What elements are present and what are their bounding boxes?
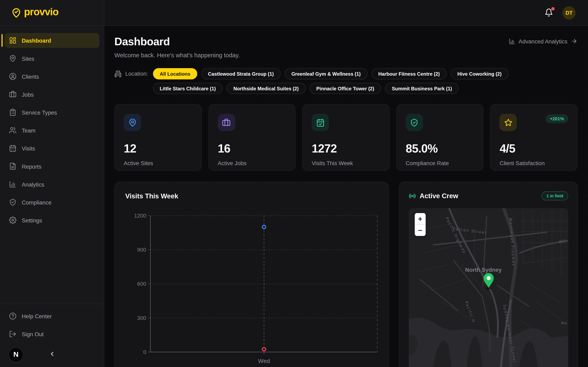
sidebar-item-sites[interactable]: Sites [4,51,99,66]
stat-card-active-sites: 12Active Sites [114,104,201,171]
brand-pin-check-icon [11,8,21,18]
bar-chart-icon [509,38,515,44]
bar-chart-icon [9,180,17,188]
sidebar-footer-row: N [4,345,99,362]
location-chip-greenleaf-gym-wellness-1[interactable]: Greenleaf Gym & Wellness (1) [285,68,367,79]
location-chip-harbour-fitness-centre-2[interactable]: Harbour Fitness Centre (2) [372,68,447,79]
user-avatar[interactable]: DT [562,6,576,19]
sidebar-item-clients[interactable]: Clients [4,69,99,84]
briefcase-icon [9,91,17,98]
sidebar-nav: DashboardSitesClientsJobsService TypesTe… [0,26,104,231]
advanced-analytics-link[interactable]: Advanced Analytics [509,38,577,45]
crew-card-header: Active Crew 1 in field [409,192,568,200]
sidebar-item-label: Sign Out [22,331,44,337]
sidebar-item-label: Service Types [22,109,57,115]
sidebar-item-team[interactable]: Team [4,123,99,138]
sidebar-item-jobs[interactable]: Jobs [4,87,99,102]
svg-text:600: 600 [137,281,146,287]
map-pin-icon [9,55,17,62]
bell-icon [545,12,553,18]
stat-value: 85.0% [406,142,474,155]
notifications-button[interactable] [545,8,553,17]
brand-name: provvio [24,7,59,18]
sidebar-item-reports[interactable]: Reports [4,159,99,174]
advanced-analytics-label: Advanced Analytics [519,38,567,44]
stat-cards-row: 12Active Sites16Active Jobs1272Visits Th… [114,104,577,171]
location-chips: All LocationsCastlewood Strata Group (1)… [153,68,577,94]
stat-trend-badge: +201% [546,114,568,123]
sidebar-item-service-types[interactable]: Service Types [4,105,99,120]
briefcase-icon [218,114,235,131]
sidebar-item-label: Reports [22,163,42,169]
arrow-right-icon [571,38,578,45]
sidebar-item-label: Analytics [22,181,44,187]
workspace-avatar[interactable]: N [9,348,23,361]
stat-value: 16 [218,142,286,155]
svg-text:900: 900 [137,247,146,253]
visits-chart-card: Visits This Week 03006009001200Wed [114,182,389,367]
sidebar-footer: Help CenterSign Out N [0,304,104,367]
unread-notification-dot [551,7,555,11]
shield-check-icon [9,198,17,206]
location-chip-summit-business-park-1[interactable]: Summit Business Park (1) [385,83,459,94]
sidebar-item-settings[interactable]: Settings [4,213,99,227]
sidebar-item-label: Settings [22,217,42,223]
map-zoom-out-button[interactable]: − [415,225,425,236]
sidebar-item-analytics[interactable]: Analytics [4,177,99,192]
shield-check-icon [406,114,423,131]
sign-out-button[interactable]: Sign Out [4,327,99,342]
sidebar-item-compliance[interactable]: Compliance [4,195,99,210]
stat-value: 1272 [312,142,380,155]
location-chip-all-locations[interactable]: All Locations [153,68,197,79]
location-chip-little-stars-childcare-1[interactable]: Little Stars Childcare (1) [153,83,223,94]
map-canvas: Falcon StreetPacific HighwayWarringah Fr… [409,208,568,367]
sidebar: provvio DashboardSitesClientsJobsService… [0,0,104,367]
building-icon [114,70,121,77]
page-subtitle: Welcome back. Here's what's happening to… [114,52,240,59]
location-chip-castlewood-strata-group-1[interactable]: Castlewood Strata Group (1) [201,68,281,79]
stat-label: Visits This Week [312,160,380,166]
log-out-icon [9,330,17,338]
sidebar-item-visits[interactable]: Visits [4,141,99,156]
stat-card-active-jobs: 16Active Jobs [208,104,295,171]
collapse-sidebar-button[interactable] [49,351,55,358]
sidebar-item-label: Sites [22,55,34,62]
location-chip-pinnacle-office-tower-2[interactable]: Pinnacle Office Tower (2) [310,83,381,94]
stat-value: 4/5 [500,142,568,155]
radio-signal-icon [409,192,416,200]
svg-text:0: 0 [143,349,146,355]
svg-text:1200: 1200 [134,213,146,219]
main-area: DT Dashboard Welcome back. Here's what's… [104,0,588,367]
sidebar-item-label: Jobs [22,91,34,98]
stat-label: Compliance Rate [406,160,474,166]
sidebar-item-dashboard[interactable]: Dashboard [4,33,99,48]
svg-text:Wed: Wed [258,358,270,364]
page-header: Dashboard Welcome back. Here's what's ha… [114,35,577,59]
brand-logo[interactable]: provvio [0,0,104,26]
calendar-days-icon [9,145,17,152]
help-circle-icon [9,312,17,320]
sidebar-item-label: Dashboard [22,37,51,44]
gear-icon [9,217,17,224]
stat-label: Active Sites [124,160,192,166]
clipboard-list-icon [9,109,17,116]
help-center-button[interactable]: Help Center [4,309,99,323]
map-zoom-in-button[interactable]: + [415,213,425,224]
page-title: Dashboard [114,35,240,48]
user-circle-icon [9,73,17,80]
sidebar-item-label: Team [22,127,35,133]
map-place-label: North Sydney [465,267,502,273]
stat-label: Active Jobs [218,160,286,166]
location-chip-hive-coworking-2[interactable]: Hive Coworking (2) [450,68,508,79]
visits-chart-svg: 03006009001200Wed [125,205,379,367]
data-point-series-red[interactable] [262,347,266,351]
location-filter-row: Location: All LocationsCastlewood Strata… [114,68,577,94]
workspace-avatar-initial: N [13,350,18,359]
location-chip-northside-medical-suites-2[interactable]: Northside Medical Suites (2) [227,83,305,94]
map-pin-icon [124,114,141,131]
crew-map[interactable]: Falcon StreetPacific HighwayWarringah Fr… [409,208,568,367]
sidebar-item-label: Visits [22,145,35,151]
data-point-series-blue[interactable] [262,225,266,229]
active-crew-card: Active Crew 1 in field [399,182,578,367]
crew-in-field-badge: 1 in field [542,192,568,200]
